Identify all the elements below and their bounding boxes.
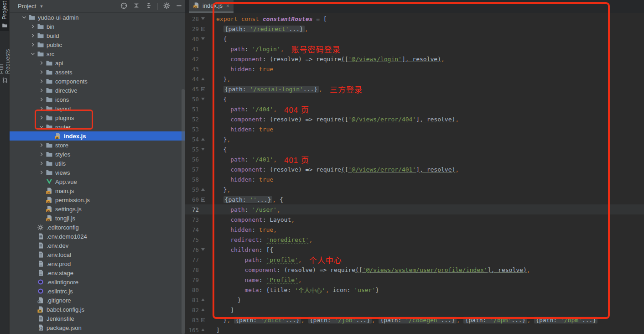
code-line-43[interactable]: 43hidden: true: [185, 64, 644, 74]
tree-item-api[interactable]: api: [10, 58, 185, 68]
line-number[interactable]: 41: [185, 46, 199, 52]
tree-item--env-local[interactable]: .env.local: [10, 250, 185, 259]
code-line-42[interactable]: 42component: (resolve) => require(['@/vi…: [185, 54, 644, 64]
line-number[interactable]: 51: [185, 106, 199, 113]
folded-region[interactable]: {path: '/bpm'...}: [463, 317, 527, 324]
line-number[interactable]: 83: [185, 317, 199, 324]
chevron-closed-icon[interactable]: [38, 68, 45, 76]
tree-item-yudao-ui-admin[interactable]: yudao-ui-admin: [10, 13, 185, 22]
line-number[interactable]: 57: [185, 166, 199, 173]
code-line-45[interactable]: 45+{path: '/social-login'...},三方登录: [185, 84, 644, 94]
line-number[interactable]: 77: [185, 256, 199, 263]
code-line-56[interactable]: 56path: '/401',401 页: [185, 154, 644, 164]
tree-item--env-stage[interactable]: .env.stage: [10, 268, 185, 277]
chevron-closed-icon[interactable]: [29, 41, 36, 48]
tree-item-package-json[interactable]: {}package.json: [10, 323, 185, 332]
tree-item--eslintignore[interactable]: .eslintignore: [10, 277, 185, 287]
close-icon[interactable]: ×: [226, 3, 229, 9]
tree-item--eslintrc-js[interactable]: .eslintrc.js: [10, 287, 185, 296]
fold-marker-down[interactable]: [199, 98, 207, 100]
tree-item-components[interactable]: components: [10, 77, 185, 86]
line-number[interactable]: 58: [185, 176, 199, 183]
chevron-closed-icon[interactable]: [38, 114, 45, 121]
line-number[interactable]: 52: [185, 116, 199, 123]
fold-marker-up[interactable]: [199, 329, 207, 331]
chevron-closed-icon[interactable]: [38, 151, 45, 158]
fold-marker-down[interactable]: [199, 148, 207, 151]
tree-item-public[interactable]: public: [10, 40, 185, 49]
tree-item-permission-js[interactable]: JSpermission.js: [10, 195, 185, 204]
code-line-76[interactable]: 76children: [{: [185, 245, 644, 255]
fold-marker-up[interactable]: [199, 78, 207, 80]
folded-region[interactable]: {path: '/bpm'...}: [534, 317, 597, 324]
line-number[interactable]: 29: [185, 26, 199, 32]
tree-item-directive[interactable]: directive: [10, 86, 185, 95]
fold-marker-plus[interactable]: +: [199, 198, 207, 202]
chevron-open-icon[interactable]: [21, 14, 28, 21]
tool-button-pull-requests[interactable]: Pull Requests: [0, 37, 9, 87]
code-line-29[interactable]: 29+{path: '/redirect'...},: [185, 24, 644, 34]
chevron-closed-icon[interactable]: [38, 87, 45, 94]
code-line-41[interactable]: 41path: '/login',账号密码登录: [185, 44, 644, 54]
code-line-51[interactable]: 51path: '/404',404 页: [185, 104, 644, 114]
line-number[interactable]: 45: [185, 86, 199, 93]
code-line-28[interactable]: 28export const constantRoutes = [: [185, 14, 644, 24]
code-line-54[interactable]: 54},: [185, 134, 644, 144]
line-number[interactable]: 59: [185, 186, 199, 193]
chevron-closed-icon[interactable]: [38, 59, 45, 67]
line-number[interactable]: 54: [185, 136, 199, 143]
tree-item-jenkinsfile[interactable]: Jenkinsfile: [10, 314, 185, 323]
code-line-80[interactable]: 80meta: {title: '个人中心', icon: 'user'}: [185, 285, 644, 295]
chevron-closed-icon[interactable]: [38, 105, 45, 112]
settings-gear-icon[interactable]: [163, 2, 171, 11]
line-number[interactable]: 73: [185, 216, 199, 223]
tree-item--env-prod[interactable]: .env.prod: [10, 259, 185, 268]
tree-item-assets[interactable]: assets: [10, 68, 185, 77]
line-number[interactable]: 43: [185, 66, 199, 73]
fold-marker-plus[interactable]: +: [199, 318, 207, 322]
tree-item-settings-js[interactable]: JSsettings.js: [10, 204, 185, 214]
tree-item--env-demo1024[interactable]: .env.demo1024: [10, 232, 185, 241]
line-number[interactable]: 42: [185, 56, 199, 63]
folded-region[interactable]: {path: '/dict'...}: [234, 317, 301, 324]
chevron-closed-icon[interactable]: [38, 141, 45, 149]
line-number[interactable]: 53: [185, 126, 199, 133]
tree-header-title[interactable]: Project: [18, 3, 36, 10]
code-line-75[interactable]: 75redirect: 'noredirect',: [185, 235, 644, 245]
code-line-44[interactable]: 44},: [185, 74, 644, 84]
folded-region[interactable]: {path: ''...}: [223, 196, 273, 203]
code-line-82[interactable]: 82]: [185, 305, 644, 315]
code-line-165[interactable]: 165]: [185, 325, 644, 334]
tree-item-router[interactable]: router: [10, 122, 185, 131]
line-number[interactable]: 80: [185, 287, 199, 293]
tab-index-js[interactable]: JS index.js ×: [189, 0, 234, 11]
tree-item-layout[interactable]: layout: [10, 104, 185, 113]
code-line-79[interactable]: 79name: 'Profile',: [185, 275, 644, 285]
folded-region[interactable]: {path: '/redirect'...}: [223, 26, 305, 32]
code-line-55[interactable]: 55{: [185, 144, 644, 154]
fold-marker-down[interactable]: [199, 17, 207, 20]
tree-item-bin[interactable]: bin: [10, 22, 185, 31]
hide-panel-icon[interactable]: [176, 2, 182, 11]
code-line-72[interactable]: 72path: '/user',: [185, 204, 644, 214]
folded-region[interactable]: {path: '/codegen'...}: [379, 317, 456, 324]
line-number[interactable]: 74: [185, 226, 199, 233]
code-editor[interactable]: 28export const constantRoutes = [29+{pat…: [185, 13, 644, 334]
tool-button-project[interactable]: Project: [0, 0, 9, 31]
line-number[interactable]: 72: [185, 206, 199, 213]
tree-item--editorconfig[interactable]: .editorconfig: [10, 223, 185, 232]
tree-item-src[interactable]: src: [10, 49, 185, 58]
code-line-53[interactable]: 53hidden: true: [185, 124, 644, 134]
code-line-77[interactable]: 77path: 'profile',个人中心: [185, 255, 644, 265]
code-line-60[interactable]: 60+{path: ''...}, {: [185, 194, 644, 204]
folded-region[interactable]: {path: '/job'...}: [308, 317, 372, 324]
collapse-icon[interactable]: [145, 2, 152, 11]
line-number[interactable]: 79: [185, 277, 199, 283]
tree-item-babel-config-js[interactable]: JSbabel.config.js: [10, 305, 185, 314]
code-line-78[interactable]: 78component: (resolve) => require(['@/vi…: [185, 265, 644, 275]
tree-item-views[interactable]: views: [10, 168, 185, 177]
line-number[interactable]: 60: [185, 196, 199, 203]
code-line-59[interactable]: 59},: [185, 184, 644, 194]
tree-item-icons[interactable]: icons: [10, 95, 185, 104]
code-line-50[interactable]: 50{: [185, 94, 644, 104]
